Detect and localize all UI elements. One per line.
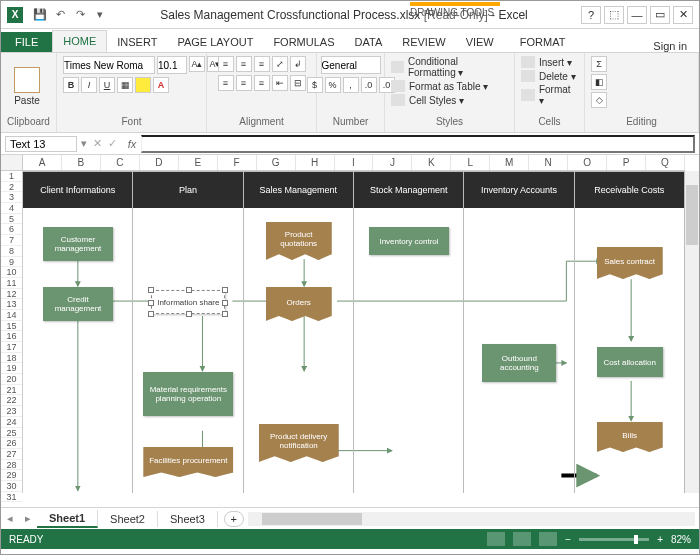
format-cells-button[interactable]: Format ▾ bbox=[521, 84, 578, 106]
align-right-button[interactable]: ≡ bbox=[254, 75, 270, 91]
autosum-button[interactable]: Σ bbox=[591, 56, 607, 72]
view-page-layout-button[interactable] bbox=[513, 532, 531, 546]
tab-view[interactable]: VIEW bbox=[456, 32, 504, 52]
view-page-break-button[interactable] bbox=[539, 532, 557, 546]
align-center-button[interactable]: ≡ bbox=[236, 75, 252, 91]
group-label-editing: Editing bbox=[591, 116, 692, 130]
number-format-select[interactable] bbox=[321, 56, 381, 74]
help-icon[interactable]: ? bbox=[581, 6, 601, 24]
node-material-req[interactable]: Material requirements planning operation bbox=[143, 372, 233, 416]
clear-button[interactable]: ◇ bbox=[591, 92, 607, 108]
tab-format[interactable]: FORMAT bbox=[510, 32, 576, 52]
inc-decimal-button[interactable]: .0 bbox=[361, 77, 377, 93]
zoom-out-button[interactable]: − bbox=[565, 534, 571, 545]
merge-button[interactable]: ⊟ bbox=[290, 75, 306, 91]
node-cost-alloc[interactable]: Cost allocation bbox=[597, 347, 663, 377]
row-headers[interactable]: 1234567891011121314151617181920212223242… bbox=[1, 171, 23, 493]
insert-cells-button[interactable]: Insert ▾ bbox=[521, 56, 572, 68]
node-info-share-selected[interactable]: Information share bbox=[151, 290, 225, 314]
node-product-quot[interactable]: Product quotations bbox=[266, 222, 332, 260]
node-inventory[interactable]: Inventory control bbox=[369, 227, 449, 255]
namebox-dropdown-icon[interactable]: ▾ bbox=[81, 137, 87, 150]
minimize-icon[interactable]: — bbox=[627, 6, 647, 24]
spreadsheet-grid: ABCDEFGHIJKLMNOPQ 1234567891011121314151… bbox=[1, 155, 699, 507]
excel-icon: X bbox=[7, 7, 23, 23]
delete-cells-button[interactable]: Delete ▾ bbox=[521, 70, 576, 82]
currency-button[interactable]: $ bbox=[307, 77, 323, 93]
node-sales-contract[interactable]: Sales contract bbox=[597, 247, 663, 279]
node-prod-deliv[interactable]: Product delivery notification bbox=[259, 424, 339, 462]
comma-button[interactable]: , bbox=[343, 77, 359, 93]
node-credit-mgmt[interactable]: Credit management bbox=[43, 287, 113, 321]
lane-header: Plan bbox=[133, 172, 242, 208]
tab-home[interactable]: HOME bbox=[52, 30, 107, 52]
lane-header: Receivable Costs bbox=[575, 172, 684, 208]
node-customer-mgmt[interactable]: Customer management bbox=[43, 227, 113, 261]
ribbon-options-icon[interactable]: ⬚ bbox=[604, 6, 624, 24]
align-middle-button[interactable]: ≡ bbox=[236, 56, 252, 72]
sheet-canvas[interactable]: Client Informations Customer management … bbox=[23, 171, 685, 493]
sheet-tab-1[interactable]: Sheet1 bbox=[37, 510, 98, 528]
view-normal-button[interactable] bbox=[487, 532, 505, 546]
zoom-level[interactable]: 82% bbox=[671, 534, 691, 545]
select-all-corner[interactable] bbox=[1, 155, 23, 171]
tab-insert[interactable]: INSERT bbox=[107, 32, 167, 52]
contextual-tab-label: DRAWING TOOLS bbox=[410, 2, 500, 18]
sheet-tab-2[interactable]: Sheet2 bbox=[98, 511, 158, 527]
sign-in-link[interactable]: Sign in bbox=[653, 40, 687, 52]
fx-icon[interactable]: fx bbox=[123, 138, 141, 150]
add-sheet-button[interactable]: + bbox=[224, 511, 244, 527]
zoom-slider[interactable] bbox=[579, 538, 649, 541]
font-name-select[interactable] bbox=[63, 56, 155, 74]
fill-button[interactable]: ◧ bbox=[591, 74, 607, 90]
border-button[interactable]: ▦ bbox=[117, 77, 133, 93]
quick-access-toolbar: 💾 ↶ ↷ ▾ bbox=[33, 8, 107, 22]
bold-button[interactable]: B bbox=[63, 77, 79, 93]
fill-color-button[interactable] bbox=[135, 77, 151, 93]
tab-file[interactable]: FILE bbox=[1, 32, 52, 52]
zoom-in-button[interactable]: + bbox=[657, 534, 663, 545]
horizontal-scrollbar[interactable] bbox=[248, 512, 695, 526]
font-color-button[interactable]: A bbox=[153, 77, 169, 93]
sheet-nav-next-icon[interactable]: ▸ bbox=[19, 512, 37, 525]
conditional-formatting-button[interactable]: Conditional Formatting ▾ bbox=[391, 56, 508, 78]
node-facilities[interactable]: Facilities procurement bbox=[143, 447, 233, 477]
node-orders[interactable]: Orders bbox=[266, 287, 332, 321]
grow-font-button[interactable]: A▴ bbox=[189, 56, 205, 72]
underline-button[interactable]: U bbox=[99, 77, 115, 93]
node-outbound[interactable]: Outbound accounting bbox=[482, 344, 556, 382]
tab-page-layout[interactable]: PAGE LAYOUT bbox=[167, 32, 263, 52]
maximize-icon[interactable]: ▭ bbox=[650, 6, 670, 24]
tab-formulas[interactable]: FORMULAS bbox=[263, 32, 344, 52]
enter-formula-icon[interactable]: ✓ bbox=[108, 137, 117, 150]
tab-data[interactable]: DATA bbox=[345, 32, 393, 52]
formula-input[interactable] bbox=[141, 135, 695, 153]
close-icon[interactable]: ✕ bbox=[673, 6, 693, 24]
group-label-number: Number bbox=[323, 116, 378, 130]
name-box[interactable] bbox=[5, 136, 77, 152]
italic-button[interactable]: I bbox=[81, 77, 97, 93]
align-top-button[interactable]: ≡ bbox=[218, 56, 234, 72]
tab-review[interactable]: REVIEW bbox=[392, 32, 455, 52]
paste-button[interactable]: Paste bbox=[7, 67, 47, 106]
qat-more-icon[interactable]: ▾ bbox=[93, 8, 107, 22]
align-left-button[interactable]: ≡ bbox=[218, 75, 234, 91]
percent-button[interactable]: % bbox=[325, 77, 341, 93]
indent-dec-button[interactable]: ⇤ bbox=[272, 75, 288, 91]
cell-styles-button[interactable]: Cell Styles ▾ bbox=[391, 94, 464, 106]
font-size-select[interactable] bbox=[157, 56, 187, 74]
save-icon[interactable]: 💾 bbox=[33, 8, 47, 22]
undo-icon[interactable]: ↶ bbox=[53, 8, 67, 22]
orientation-button[interactable]: ⤢ bbox=[272, 56, 288, 72]
format-as-table-button[interactable]: Format as Table ▾ bbox=[391, 80, 488, 92]
column-headers[interactable]: ABCDEFGHIJKLMNOPQ bbox=[23, 155, 685, 171]
cancel-formula-icon[interactable]: ✕ bbox=[93, 137, 102, 150]
ribbon-tabs: FILE HOME INSERT PAGE LAYOUT FORMULAS DA… bbox=[1, 29, 699, 53]
align-bottom-button[interactable]: ≡ bbox=[254, 56, 270, 72]
node-bills[interactable]: Bills bbox=[597, 422, 663, 452]
vertical-scrollbar[interactable] bbox=[685, 171, 699, 493]
sheet-tab-3[interactable]: Sheet3 bbox=[158, 511, 218, 527]
redo-icon[interactable]: ↷ bbox=[73, 8, 87, 22]
wrap-text-button[interactable]: ↲ bbox=[290, 56, 306, 72]
sheet-nav-prev-icon[interactable]: ◂ bbox=[1, 512, 19, 525]
